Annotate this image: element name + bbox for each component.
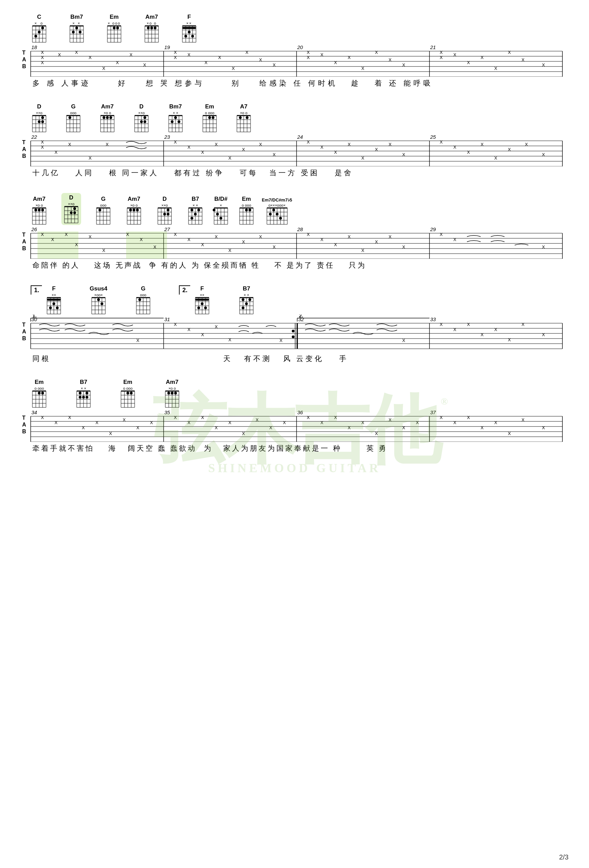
chord-diagram-Em-s5b: Em o ooo [119, 379, 136, 408]
svg-text:18: 18 [31, 44, 37, 50]
svg-text:X: X [273, 152, 276, 157]
chord-markers-Am7-s3b: ×o o [130, 203, 138, 207]
chord-name-D2-s2: D [139, 103, 143, 110]
svg-text:X: X [255, 417, 259, 422]
svg-point-370 [269, 213, 272, 216]
svg-text:T: T [22, 232, 25, 238]
svg-text:X: X [273, 62, 276, 68]
chord-name-Am7-s2: Am7 [101, 103, 114, 110]
svg-point-469 [201, 303, 204, 305]
svg-text:X: X [440, 55, 443, 60]
svg-text:X: X [348, 234, 351, 239]
svg-text:X: X [494, 155, 497, 161]
svg-point-279 [70, 211, 72, 214]
svg-point-205 [239, 116, 242, 119]
svg-point-280 [73, 211, 76, 214]
svg-text:X: X [334, 60, 337, 65]
svg-text:X: X [41, 415, 44, 420]
svg-text:A: A [22, 422, 26, 428]
chord-grid-Gsus4-s4 [90, 297, 107, 315]
svg-text:X: X [320, 145, 323, 150]
page: 弦木吉他 ® SHINEMOOD GUITAR C × o [0, 0, 589, 868]
chord-diagram-G-s2: G ooo [65, 103, 82, 133]
lyrics-4: 同根 天 有不测 风 云变化 手 [21, 354, 568, 363]
svg-point-180 [174, 116, 177, 119]
chord-markers-F-s4b: ×× [200, 293, 205, 297]
svg-text:X: X [388, 142, 392, 147]
svg-point-48 [147, 27, 150, 30]
svg-text:X: X [136, 425, 139, 430]
svg-text:X: X [154, 244, 156, 249]
svg-point-553 [79, 396, 81, 399]
ending-2-bracket: 2. [179, 285, 190, 295]
chord-markers-Bm7-s2: × × [173, 111, 178, 115]
section-1: C × o [21, 14, 568, 88]
chord-name-Bm7: Bm7 [71, 14, 83, 21]
svg-point-36 [113, 27, 115, 30]
svg-point-37 [116, 27, 119, 30]
chord-markers-D-highlighted: ××o [68, 202, 75, 206]
svg-point-446 [100, 303, 103, 305]
chord-markers-F-s4: ×× [52, 293, 56, 297]
chord-name-B7-s3: B7 [192, 196, 199, 202]
svg-point-567 [130, 392, 133, 394]
svg-text:20: 20 [297, 44, 303, 50]
svg-text:X: X [269, 425, 272, 430]
svg-text:35: 35 [164, 409, 170, 415]
svg-text:X: X [228, 248, 232, 253]
chord-markers-G-s3: ooo [100, 203, 106, 207]
svg-text:X: X [307, 55, 310, 60]
chord-grid-Am7-s3 [31, 207, 48, 225]
chord-diagram-Am7-s3: Am7 ×o o [31, 196, 48, 225]
svg-point-372 [279, 217, 282, 220]
svg-text:X: X [453, 237, 456, 242]
svg-point-551 [79, 392, 81, 394]
svg-point-278 [73, 207, 76, 210]
svg-text:X: X [542, 62, 545, 68]
svg-text:X: X [109, 431, 112, 436]
lyrics-3: 命陪伴 的人 这场 无声战 争 有的人 为 保全殒而牺 牲 不 是为了 责任 只… [21, 260, 568, 270]
chord-diagram-Am7-s3b: Am7 ×o o [125, 196, 142, 225]
chord-grid-G-s4 [134, 297, 152, 315]
svg-text:X: X [494, 66, 497, 71]
svg-point-11 [38, 31, 41, 33]
chord-name-Em-s5b: Em [123, 379, 132, 385]
tab-staff-2: T A B 22 23 24 25 X X X X X [21, 134, 568, 166]
svg-point-316 [163, 213, 166, 216]
chord-markers-Am7: ×o o [146, 21, 157, 25]
svg-point-482 [242, 298, 244, 301]
svg-text:X: X [467, 60, 470, 65]
svg-text:X: X [201, 332, 204, 337]
svg-point-499 [292, 330, 294, 332]
chord-diagram-Am7: Am7 ×o o [143, 14, 160, 43]
svg-text:X: X [388, 57, 392, 62]
tab-staff-5: T A B 34 35 36 37 X X X X X X X [21, 409, 568, 442]
svg-text:X: X [508, 50, 511, 55]
svg-text:X: X [307, 232, 310, 237]
svg-text:X: X [361, 248, 365, 253]
svg-text:X: X [41, 232, 44, 237]
chord-grid-Bm7-s2 [167, 115, 184, 133]
svg-point-23 [75, 27, 78, 30]
svg-point-182 [177, 120, 180, 123]
chord-diagrams-row-5: Em o ooo B7 [31, 379, 568, 408]
svg-point-12 [34, 35, 37, 37]
svg-text:X: X [375, 431, 378, 436]
svg-text:X: X [82, 425, 85, 430]
svg-point-343 [216, 213, 219, 216]
svg-text:X: X [467, 415, 470, 420]
svg-point-317 [167, 213, 170, 216]
svg-text:X: X [89, 55, 92, 60]
chord-name-Em-s3: Em [242, 196, 251, 202]
svg-point-62 [188, 31, 190, 33]
chord-diagram-Em-s3: Em o ooo [238, 196, 255, 225]
svg-text:X: X [508, 337, 511, 342]
svg-point-291 [99, 209, 101, 211]
chord-grid-Em-s2 [201, 115, 218, 133]
svg-text:X: X [402, 152, 405, 157]
svg-text:X: X [215, 142, 218, 147]
svg-text:X: X [402, 338, 405, 343]
chord-grid-D-highlighted [63, 206, 80, 224]
svg-point-130 [41, 116, 44, 119]
svg-text:X: X [55, 150, 58, 155]
